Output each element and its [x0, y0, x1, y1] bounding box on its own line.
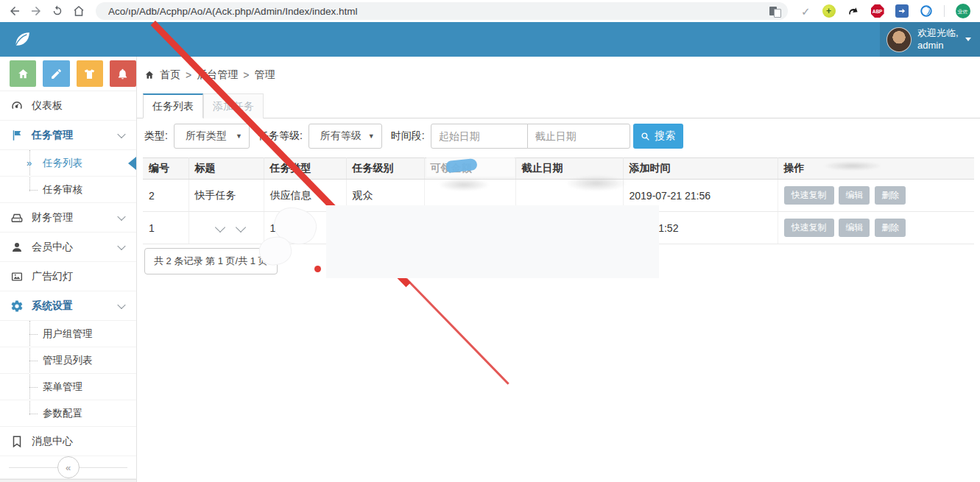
sidebar-item-label: 仪表板 [32, 99, 63, 113]
delete-button[interactable]: 删除 [875, 219, 906, 237]
edit-button[interactable]: 编辑 [839, 219, 870, 237]
sidebar-item-dashboard[interactable]: 仪表板 [0, 91, 136, 121]
delete-button[interactable]: 删除 [875, 186, 906, 205]
sidebar-item-user-groups[interactable]: 用户组管理 [0, 321, 136, 347]
type-select[interactable]: 所有类型 [174, 124, 250, 149]
sidebar-item-message-center[interactable]: 消息中心 [0, 427, 136, 456]
translate-icon[interactable] [769, 5, 782, 18]
sidebar-item-finance[interactable]: 财务管理 [0, 203, 136, 233]
sidebar-item-label: 系统设置 [32, 300, 73, 313]
swirl-extension-icon[interactable] [847, 4, 860, 18]
quick-buttons [0, 57, 136, 91]
breadcrumb-level2[interactable]: 管理 [254, 68, 275, 82]
app-header: 欢迎光临, admin [0, 22, 980, 57]
sidebar-item-task-management[interactable]: 任务管理 [0, 121, 136, 150]
check-icon[interactable] [801, 6, 811, 17]
tshirt-quick-button[interactable] [77, 60, 103, 87]
edit-button[interactable]: 编辑 [839, 186, 870, 205]
filter-bar: 类型: 所有类型 任务等级: 所有等级 时间段: 搜索 [143, 124, 683, 149]
search-button[interactable]: 搜索 [633, 124, 683, 149]
level-select[interactable]: 所有等级 [309, 124, 382, 149]
sidebar-item-menu-management[interactable]: 菜单管理 [0, 374, 136, 400]
url-bar[interactable]: Aco/ıp/Adb/Acphp/Ao/A(Ack.php/Admin/Inde… [96, 2, 788, 20]
search-button-label: 搜索 [655, 130, 675, 143]
time-filter-label: 时间段: [391, 130, 425, 143]
cell-actions: 快速复制 编辑 删除 [778, 180, 974, 212]
forward-icon[interactable] [29, 4, 43, 18]
sidebar-item-member-center[interactable]: 会员中心 [0, 233, 136, 262]
breadcrumb-separator: > [186, 69, 191, 81]
image-icon [10, 270, 24, 283]
sidebar: 仪表板 任务管理 任务列表 任务审核 财务管理 会员中心 [0, 57, 137, 482]
sidebar-item-label: 管理员列表 [43, 354, 93, 367]
chevron-down-icon [117, 300, 125, 308]
tab-bar: 任务列表 添加任务 [137, 93, 980, 118]
sidebar-item-ad-slides[interactable]: 广告幻灯 [0, 262, 136, 291]
reload-icon[interactable] [51, 4, 64, 18]
quick-copy-button[interactable]: 快速复制 [784, 186, 834, 205]
tab-task-list[interactable]: 任务列表 [143, 93, 203, 118]
collapse-left-icon[interactable] [57, 456, 80, 478]
active-item-arrow-icon [128, 157, 136, 170]
home-quick-button[interactable] [10, 60, 36, 87]
blue-arrow-extension-icon[interactable] [895, 4, 909, 18]
sidebar-item-task-list[interactable]: 任务列表 [0, 150, 136, 177]
browser-toolbar: Aco/ıp/Adb/Acphp/Ao/A(Ack.php/Admin/Inde… [0, 0, 980, 22]
sidebar-item-admin-list[interactable]: 管理员列表 [0, 347, 136, 374]
bookmark-icon [10, 435, 24, 448]
col-header-title: 标题 [188, 158, 264, 180]
bell-quick-button[interactable] [110, 60, 136, 87]
smudge-mark [823, 161, 882, 171]
back-icon[interactable] [8, 4, 21, 18]
home-icon[interactable] [72, 4, 85, 18]
type-select-value: 所有类型 [186, 130, 227, 143]
end-date-input[interactable] [527, 124, 630, 149]
sidebar-item-label: 参数配置 [43, 407, 82, 420]
username-text: admin [917, 40, 943, 51]
chevron-down-icon [117, 212, 125, 220]
sidebar-item-task-review[interactable]: 任务审核 [0, 177, 136, 203]
adblock-icon[interactable]: ABP [871, 4, 884, 18]
cell-title: 快手任务 [188, 180, 264, 212]
quick-copy-button[interactable]: 快速复制 [784, 219, 834, 237]
sidebar-item-system-settings[interactable]: 系统设置 [0, 291, 136, 321]
blue-circle-extension-icon[interactable] [920, 4, 933, 18]
flag-icon [10, 129, 24, 142]
task-submenu: 任务列表 任务审核 [0, 150, 136, 203]
cell-actions: 快速复制 编辑 删除 [778, 212, 974, 244]
breadcrumb-home[interactable]: 首页 [160, 68, 180, 82]
url-text[interactable]: Aco/ıp/Adb/Acphp/Ao/A(Ack.php/Admin/Inde… [108, 6, 769, 17]
profile-avatar[interactable]: 业佐 [956, 4, 970, 18]
user-menu[interactable]: 欢迎光临, admin [880, 22, 980, 57]
extension-icons: ABP 业佐 [822, 4, 970, 18]
system-submenu: 用户组管理 管理员列表 菜单管理 参数配置 [0, 321, 136, 427]
caret-down-icon [236, 132, 242, 140]
search-icon [641, 132, 650, 141]
sidebar-item-label: 任务审核 [43, 183, 82, 196]
cell-id: 1 [143, 212, 188, 244]
sidebar-item-label: 菜单管理 [43, 380, 82, 394]
user-icon [10, 241, 24, 254]
censor-blob [326, 205, 659, 278]
leaf-logo-icon[interactable] [12, 29, 32, 49]
yellow-extension-icon[interactable] [822, 4, 836, 18]
col-header-added: 添加时间 [623, 158, 778, 180]
dashboard-icon [10, 99, 24, 113]
pencil-quick-button[interactable] [43, 60, 69, 87]
breadcrumb-separator: > [243, 69, 249, 81]
user-greeting: 欢迎光临, admin [917, 27, 959, 52]
chevron-down-icon [117, 130, 125, 138]
sidebar-item-parameter-config[interactable]: 参数配置 [0, 400, 136, 427]
chevron-down-icon [117, 241, 125, 249]
sidebar-footer [0, 479, 136, 482]
sidebar-item-label: 任务列表 [43, 157, 82, 170]
cell-title [188, 212, 264, 244]
level-select-value: 所有等级 [320, 130, 362, 143]
toolbar-divider [944, 5, 945, 17]
start-date-input[interactable] [431, 124, 528, 149]
cell-id: 2 [143, 180, 188, 212]
user-avatar [886, 27, 912, 52]
sidebar-item-label: 财务管理 [32, 211, 73, 224]
type-filter-label: 类型: [144, 130, 168, 143]
annotation-red-dot [314, 266, 321, 272]
